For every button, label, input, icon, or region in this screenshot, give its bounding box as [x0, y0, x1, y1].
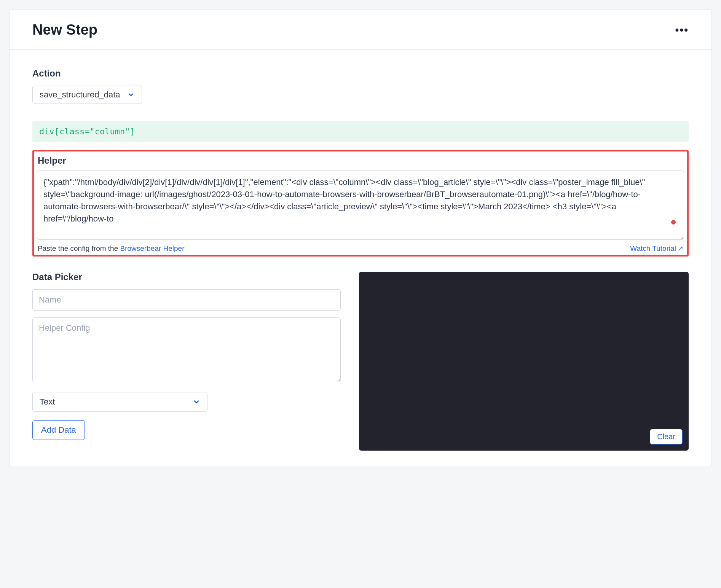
- action-select[interactable]: save_structured_data: [32, 86, 142, 104]
- external-link-icon: ↗: [678, 244, 683, 253]
- chevron-down-icon: [193, 398, 200, 406]
- helper-textarea[interactable]: [37, 171, 684, 240]
- watch-tutorial-label: Watch Tutorial: [630, 244, 676, 253]
- status-dot-icon: [671, 220, 676, 225]
- card-header: New Step •••: [10, 10, 711, 50]
- page-title: New Step: [32, 22, 97, 38]
- type-select-value: Text: [40, 397, 55, 407]
- preview-column: Clear: [359, 272, 689, 451]
- action-label: Action: [32, 68, 689, 79]
- name-input[interactable]: [32, 289, 341, 311]
- browserbear-helper-link[interactable]: Browserbear Helper: [120, 244, 185, 252]
- two-column-layout: Data Picker Text Add Data Clear: [32, 272, 689, 451]
- helper-label: Helper: [35, 155, 686, 166]
- action-select-value: save_structured_data: [40, 90, 120, 100]
- more-icon[interactable]: •••: [675, 25, 689, 35]
- add-data-button[interactable]: Add Data: [32, 420, 85, 440]
- helper-footer: Paste the config from the Browserbear He…: [35, 243, 686, 253]
- data-picker-column: Data Picker Text Add Data: [32, 272, 341, 440]
- chevron-down-icon: [127, 91, 135, 99]
- clear-button[interactable]: Clear: [650, 429, 683, 445]
- data-picker-label: Data Picker: [32, 272, 341, 282]
- card-body: Action save_structured_data div[class="c…: [10, 50, 711, 466]
- type-select[interactable]: Text: [32, 392, 207, 412]
- new-step-card: New Step ••• Action save_structured_data…: [9, 9, 712, 466]
- preview-panel: Clear: [359, 272, 689, 451]
- helper-footer-text: Paste the config from the: [38, 244, 120, 252]
- helper-highlight-box: Helper Paste the config from the Browser…: [32, 150, 689, 257]
- selector-preview: div[class="column"]: [32, 121, 689, 142]
- watch-tutorial-link[interactable]: Watch Tutorial ↗: [630, 244, 683, 253]
- helper-config-input[interactable]: [32, 317, 341, 382]
